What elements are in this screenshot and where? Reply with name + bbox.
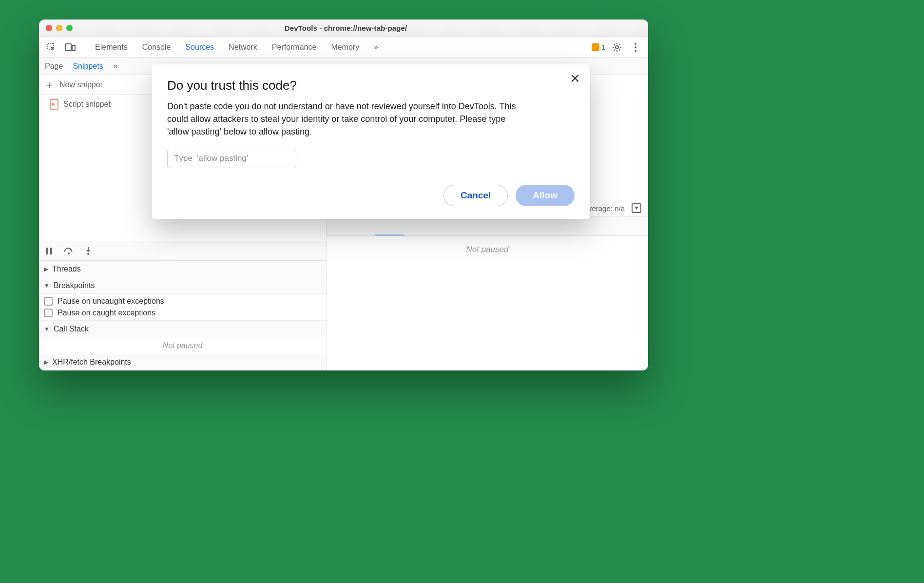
traffic-lights [46,25,73,31]
right-not-paused: Not paused [327,236,648,370]
tab-sources[interactable]: Sources [185,43,214,52]
warning-icon [592,43,599,51]
call-stack-label: Call Stack [54,325,89,333]
tab-console[interactable]: Console [142,43,171,52]
zoom-window-button[interactable] [66,25,73,31]
pause-icon[interactable] [44,246,55,256]
chevron-right-icon: ▶ [44,359,48,366]
svg-point-5 [635,46,636,48]
warnings-count[interactable]: 1 [592,43,605,51]
settings-gear-icon[interactable] [610,40,624,54]
svg-rect-8 [50,248,52,254]
pause-caught-label: Pause on caught exceptions [58,309,155,317]
right-tools: 1 [592,40,642,54]
coverage-dropdown-icon[interactable] [632,203,641,213]
checkbox-icon [44,309,53,317]
active-subpanel-underline [375,234,404,236]
inspect-element-icon[interactable] [45,40,58,54]
allow-button[interactable]: Allow [516,185,575,206]
subtabs-more-icon[interactable]: » [113,61,118,71]
debugger-sidebar: ▶ Threads ▼ Breakpoints Pause on uncaugh… [39,261,326,370]
call-stack-section[interactable]: ▼ Call Stack [39,321,326,337]
close-icon[interactable]: ✕ [570,72,580,85]
chevron-down-icon: ▼ [44,282,50,289]
panel-tabs: Elements Console Sources Network Perform… [95,43,587,52]
dialog-body: Don't paste code you do not understand o… [167,100,528,138]
step-over-icon[interactable] [63,246,74,256]
minimize-window-button[interactable] [56,25,62,31]
pause-uncaught-checkbox[interactable]: Pause on uncaught exceptions [44,297,321,306]
pause-uncaught-label: Pause on uncaught exceptions [58,297,164,306]
debugger-toolbar [39,241,326,261]
close-window-button[interactable] [46,25,52,31]
dialog-actions: Cancel Allow [167,185,575,206]
threads-section[interactable]: ▶ Threads [39,261,326,277]
window-title: DevTools - chrome://new-tab-page/ [79,24,612,32]
svg-point-3 [616,46,618,49]
xhr-breakpoints-label: XHR/fetch Breakpoints [52,358,131,367]
subtab-snippets[interactable]: Snippets [73,62,103,71]
svg-point-6 [635,50,636,52]
chevron-right-icon: ▶ [44,266,48,272]
breakpoints-section[interactable]: ▼ Breakpoints [39,277,326,294]
svg-point-10 [87,253,89,255]
titlebar: DevTools - chrome://new-tab-page/ [39,19,648,37]
allow-pasting-input[interactable] [167,149,296,168]
call-stack-not-paused: Not paused [39,337,326,354]
divider [84,42,84,53]
dialog-title: Do you trust this code? [167,78,575,93]
bottom-tabbar [327,216,648,236]
svg-rect-2 [72,45,75,51]
trust-code-dialog: ✕ Do you trust this code? Don't paste co… [152,64,590,219]
warning-count-value: 1 [601,43,605,51]
chevron-down-icon: ▼ [44,326,50,332]
snippet-file-icon [50,99,58,110]
subtab-page[interactable]: Page [45,62,63,71]
breakpoints-label: Breakpoints [54,281,95,290]
kebab-menu-icon[interactable] [629,40,642,54]
tab-network[interactable]: Network [229,43,257,52]
threads-label: Threads [52,265,81,273]
devtools-window: DevTools - chrome://new-tab-page/ Elemen… [39,19,648,370]
tab-memory[interactable]: Memory [331,43,359,52]
snippet-item-label: Script snippet [63,100,111,109]
svg-rect-1 [65,44,71,51]
breakpoints-body: Pause on uncaught exceptions Pause on ca… [39,294,326,321]
cancel-button[interactable]: Cancel [443,185,508,206]
panel-tabs-row: Elements Console Sources Network Perform… [39,37,648,58]
xhr-breakpoints-section[interactable]: ▶ XHR/fetch Breakpoints [39,354,326,370]
new-snippet-label: New snippet [59,80,102,89]
checkbox-icon [44,297,53,306]
tabs-more-icon[interactable]: » [374,43,378,52]
plus-icon: ＋ [44,79,55,90]
step-into-icon[interactable] [83,246,94,256]
device-toolbar-icon[interactable] [63,40,77,54]
svg-point-9 [68,253,70,254]
tab-elements[interactable]: Elements [95,43,128,52]
svg-rect-7 [46,248,48,254]
tab-performance[interactable]: Performance [272,43,317,52]
svg-point-4 [635,43,636,45]
pause-caught-checkbox[interactable]: Pause on caught exceptions [44,309,321,317]
